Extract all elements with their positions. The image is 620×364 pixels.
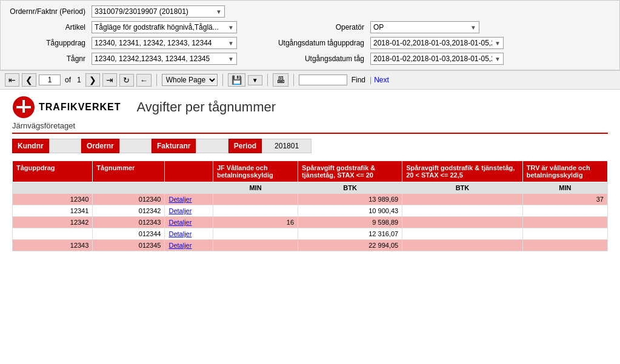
ordernr-value: 3310079/23019907 (201801)	[95, 7, 213, 16]
find-next-link[interactable]: Next	[374, 76, 389, 84]
artikel-label: Artikel	[7, 23, 85, 31]
find-input[interactable]	[299, 74, 347, 85]
utgångsdatum-tåg-label: Utgångsdatum tåguppdrag	[267, 39, 364, 47]
detaljer-link[interactable]: Detaljer	[168, 230, 192, 237]
operatör-arrow-icon[interactable]: ▼	[470, 24, 476, 31]
ordernr-arrow-icon[interactable]: ▼	[216, 8, 222, 15]
utgångsdatum-value: 2018-01-02,2018-01-03,2018-01-05,20	[373, 55, 492, 63]
utgångsdatum-label: Utgångsdatum tåg	[267, 55, 364, 63]
subh-detaljer	[165, 182, 213, 194]
cell-spår1: 10 900,43	[298, 205, 402, 217]
fakturanr-label: Fakturanr	[152, 139, 196, 153]
detaljer-link[interactable]: Detaljer	[168, 207, 192, 214]
cell-jf	[213, 194, 298, 205]
cell-detaljer[interactable]: Detaljer	[165, 217, 213, 228]
cell-tåguppdrag: 12342	[13, 217, 93, 228]
ordernr-select-container[interactable]: 3310079/23019907 (201801) ▼	[92, 5, 225, 18]
ordernr-summary-label: Ordernr	[81, 139, 119, 153]
operatör-group: Operatör OP ▼	[267, 21, 479, 33]
artikel-value: Tågläge för godstrafik högnivå,Tåglä...	[95, 23, 225, 31]
red-divider	[12, 133, 608, 134]
utgångsdatum-arrow-icon[interactable]: ▼	[495, 56, 501, 62]
filter-row-tågnr: Tågnr 12340, 12342,12343, 12344, 12345 ▼…	[7, 53, 613, 65]
cell-spår2	[402, 240, 523, 251]
tågnr-arrow-icon[interactable]: ▼	[228, 56, 234, 62]
detaljer-link[interactable]: Detaljer	[168, 219, 192, 226]
cell-trv	[522, 240, 607, 251]
page-total: 1	[77, 76, 81, 84]
cell-spår2	[402, 228, 523, 240]
cell-jf	[213, 228, 298, 240]
tågnr-value: 12340, 12342,12343, 12344, 12345	[95, 55, 225, 63]
cell-spår2	[402, 194, 523, 205]
subh-spår1: BTK	[298, 182, 402, 194]
toolbar-separator-2	[222, 74, 223, 86]
save-dropdown-button[interactable]: ▼	[248, 75, 262, 85]
utgångsdatum-tåg-input[interactable]: 2018-01-02,2018-01-03,2018-01-05,20 ▼	[370, 37, 504, 49]
tåguppdrag-arrow-icon[interactable]: ▼	[228, 40, 234, 47]
report-title: Avgifter per tågnummer	[137, 99, 276, 115]
utgångsdatum-tåg-arrow-icon[interactable]: ▼	[495, 40, 501, 47]
cell-spår1: 13 989,69	[298, 194, 402, 205]
print-button[interactable]: 🖶	[273, 73, 288, 87]
table-subheader-row: MIN BTK BTK MIN	[13, 182, 608, 194]
cell-jf: 16	[213, 217, 298, 228]
filter-bar: Ordernr/Faktnr (Period) 3310079/23019907…	[0, 0, 620, 70]
save-button[interactable]: 💾	[228, 73, 245, 87]
toolbar-separator-1	[156, 74, 157, 86]
refresh-button[interactable]: ↻	[119, 74, 134, 87]
tåguppdrag-input[interactable]: 12340, 12341, 12342, 12343, 12344 ▼	[92, 37, 237, 49]
logo-text: TRAFIKVERKET	[39, 102, 121, 113]
artikel-input[interactable]: Tågläge för godstrafik högnivå,Tåglä... …	[92, 21, 237, 33]
subh-trv: MIN	[522, 182, 607, 194]
th-tåguppdrag: Tåguppdrag	[13, 161, 93, 182]
cell-trv	[522, 205, 607, 217]
fakturanr-value	[196, 139, 228, 153]
subh-tågnummer	[93, 182, 165, 194]
last-page-button[interactable]: ⇥	[102, 73, 117, 87]
th-trv: TRV är vållande och betalningsskyldig	[522, 161, 607, 182]
cell-spår1: 9 598,89	[298, 217, 402, 228]
toolbar: ⇤ ❮ 1 of 1 ❯ ⇥ ↻ ← Whole Page Page Width…	[0, 70, 620, 90]
th-tågnummer: Tågnummer	[93, 161, 165, 182]
next-page-button[interactable]: ❯	[85, 73, 100, 87]
artikel-arrow-icon[interactable]: ▼	[228, 24, 234, 31]
th-detaljer	[165, 161, 213, 182]
cell-jf	[213, 240, 298, 251]
operatör-label: Operatör	[267, 23, 364, 31]
tågnr-input[interactable]: 12340, 12342,12343, 12344, 12345 ▼	[92, 53, 237, 65]
subh-tåguppdrag	[13, 182, 93, 194]
operatör-input[interactable]: OP ▼	[370, 21, 479, 33]
cell-detaljer[interactable]: Detaljer	[165, 240, 213, 251]
filter-row-tåguppdrag: Tåguppdrag 12340, 12341, 12342, 12343, 1…	[7, 37, 613, 49]
cell-spår1: 22 994,05	[298, 240, 402, 251]
filter-row-artikel: Artikel Tågläge för godstrafik högnivå,T…	[7, 21, 613, 33]
cell-jf	[213, 205, 298, 217]
cell-spår2	[402, 217, 523, 228]
page-input[interactable]: 1	[39, 74, 61, 85]
view-select[interactable]: Whole Page Page Width 100% 75% 50%	[162, 74, 218, 86]
operatör-value: OP	[373, 23, 468, 31]
subh-spår2: BTK	[402, 182, 523, 194]
cell-tåguppdrag: 12343	[13, 240, 93, 251]
cell-tågnummer: 012345	[93, 240, 165, 251]
cell-detaljer[interactable]: Detaljer	[165, 228, 213, 240]
cell-detaljer[interactable]: Detaljer	[165, 205, 213, 217]
first-page-button[interactable]: ⇤	[5, 73, 19, 87]
utgångsdatum-group: Utgångsdatum tåg 2018-01-02,2018-01-03,2…	[267, 53, 504, 65]
period-label: Period	[228, 139, 262, 153]
table-row: 12342012343Detaljer169 598,89	[13, 217, 608, 228]
find-separator: |	[370, 76, 372, 84]
table-header-row: Tåguppdrag Tågnummer JF Vållande och bet…	[13, 161, 608, 182]
detaljer-link[interactable]: Detaljer	[168, 196, 192, 203]
prev-page-button[interactable]: ❮	[22, 73, 36, 87]
table-body: 12340012340Detaljer13 989,69371234101234…	[13, 194, 608, 251]
report-area: TRAFIKVERKET Avgifter per tågnummer Järn…	[0, 90, 620, 257]
cell-tågnummer: 012340	[93, 194, 165, 205]
utgångsdatum-tåg-group: Utgångsdatum tåguppdrag 2018-01-02,2018-…	[267, 37, 504, 49]
cell-trv	[522, 217, 607, 228]
back-button[interactable]: ←	[136, 74, 152, 87]
detaljer-link[interactable]: Detaljer	[168, 242, 192, 249]
utgångsdatum-input[interactable]: 2018-01-02,2018-01-03,2018-01-05,20 ▼	[370, 53, 504, 65]
cell-detaljer[interactable]: Detaljer	[165, 194, 213, 205]
